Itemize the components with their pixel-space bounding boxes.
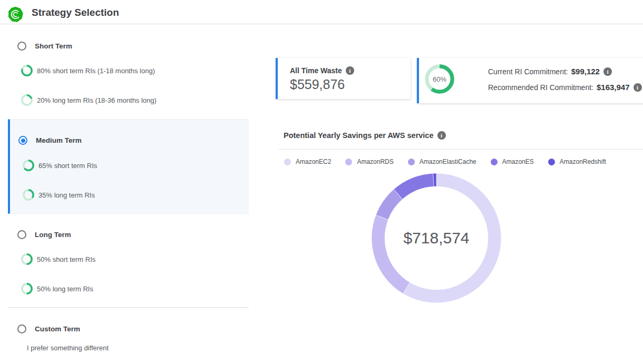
pie-segment-AmazonEC2[interactable]	[403, 173, 501, 303]
pie-segment-AmazonRDS[interactable]	[372, 215, 410, 293]
chart-title-row: Potential Yearly Savings per AWS service…	[284, 131, 446, 140]
option-medium-term[interactable]: Medium Term	[18, 136, 82, 145]
sidebar-divider	[8, 307, 249, 308]
custom-term-description: I prefer something different	[27, 344, 109, 352]
ri-commitment-card: 60% Current RI Commitment: $99,122 i Rec…	[417, 58, 643, 103]
current-commitment-value: $99,122	[571, 67, 600, 76]
item-label: 35% long term RIs	[38, 191, 95, 199]
info-icon[interactable]: i	[634, 83, 642, 92]
option-label: Long Term	[35, 231, 71, 239]
page-title: Strategy Selection	[32, 7, 119, 18]
mini-donut-icon	[21, 283, 33, 294]
mini-donut-icon	[23, 160, 34, 171]
cloudability-logo-icon	[7, 6, 24, 23]
item-label: 50% long term RIs	[37, 285, 93, 293]
long-term-item-2: 50% long term RIs	[21, 283, 93, 294]
item-label: 65% short term RIs	[38, 162, 97, 170]
item-label: 80% short term RIs (1-18 months long)	[37, 67, 155, 75]
long-term-item-1: 50% short term RIs	[21, 253, 95, 265]
short-term-item-1: 80% short term RIs (1-18 months long)	[21, 65, 155, 76]
radio-custom-term[interactable]	[17, 324, 26, 333]
recommended-commitment-label: Recommended RI Commitment:	[488, 83, 593, 92]
mini-donut-icon	[21, 94, 33, 106]
radio-long-term[interactable]	[17, 230, 26, 239]
all-time-waste-card: All Time Waste i $559,876	[276, 58, 411, 99]
legend-label: AmazonElastiCache	[420, 158, 476, 165]
commitment-gauge-percent: 60%	[425, 64, 454, 94]
recommended-commitment-row: Recommended RI Commitment: $163,947 i	[488, 83, 642, 92]
legend-item-AmazonRedshift[interactable]: AmazonRedshift	[548, 158, 606, 165]
legend-dot-icon	[345, 159, 352, 165]
legend-item-AmazonRDS[interactable]: AmazonRDS	[345, 158, 393, 165]
all-time-waste-value: $559,876	[290, 77, 345, 92]
option-medium-term-selected-panel[interactable]: Medium Term 65% short term RIs 35% long …	[8, 119, 249, 214]
legend-label: AmazonEC2	[296, 158, 331, 165]
radio-short-term[interactable]	[17, 42, 26, 51]
info-icon[interactable]: i	[346, 66, 354, 75]
savings-donut-chart[interactable]: $718,574	[365, 167, 508, 309]
current-commitment-row: Current RI Commitment: $99,122 i	[488, 67, 612, 76]
legend-label: AmazonES	[502, 158, 534, 165]
option-custom-term[interactable]: Custom Term	[17, 324, 80, 333]
legend-item-AmazonES[interactable]: AmazonES	[491, 158, 534, 165]
info-icon[interactable]: i	[437, 131, 446, 140]
chart-divider	[278, 149, 643, 150]
mini-donut-icon	[21, 253, 33, 265]
mini-donut-icon	[23, 189, 34, 201]
short-term-item-2: 20% long term RIs (18-36 months long)	[21, 94, 157, 106]
medium-term-item-2: 35% long term RIs	[23, 189, 95, 201]
option-label: Short Term	[35, 42, 72, 50]
pie-segment-AmazonRedshift[interactable]	[433, 173, 436, 186]
chart-title: Potential Yearly Savings per AWS service	[284, 131, 434, 140]
pie-segment-AmazonES[interactable]	[394, 173, 434, 199]
option-label: Medium Term	[36, 136, 82, 144]
recommended-commitment-value: $163,947	[597, 83, 630, 92]
legend-item-AmazonElastiCache[interactable]: AmazonElastiCache	[408, 158, 476, 165]
item-label: 50% short term RIs	[37, 255, 95, 263]
legend-dot-icon	[408, 159, 415, 165]
strategy-selection-page: Strategy Selection Short Term 80% short …	[0, 0, 643, 364]
item-label: 20% long term RIs (18-36 months long)	[37, 96, 157, 104]
option-short-term[interactable]: Short Term	[17, 42, 72, 51]
waste-card-title: All Time Waste	[290, 66, 342, 75]
legend-dot-icon	[491, 159, 498, 165]
legend-dot-icon	[548, 159, 555, 165]
medium-term-item-1: 65% short term RIs	[23, 160, 97, 171]
radio-medium-term[interactable]	[18, 136, 27, 145]
chart-legend: AmazonEC2AmazonRDSAmazonElastiCacheAmazo…	[284, 158, 620, 165]
current-commitment-label: Current RI Commitment:	[488, 67, 568, 76]
option-long-term[interactable]: Long Term	[17, 230, 71, 239]
legend-label: AmazonRDS	[357, 158, 393, 165]
legend-dot-icon	[284, 159, 291, 165]
legend-item-AmazonEC2[interactable]: AmazonEC2	[284, 158, 331, 165]
legend-label: AmazonRedshift	[560, 158, 606, 165]
option-label: Custom Term	[35, 325, 80, 333]
mini-donut-icon	[21, 65, 33, 76]
info-icon[interactable]: i	[603, 67, 612, 76]
page-header: Strategy Selection	[0, 0, 643, 24]
